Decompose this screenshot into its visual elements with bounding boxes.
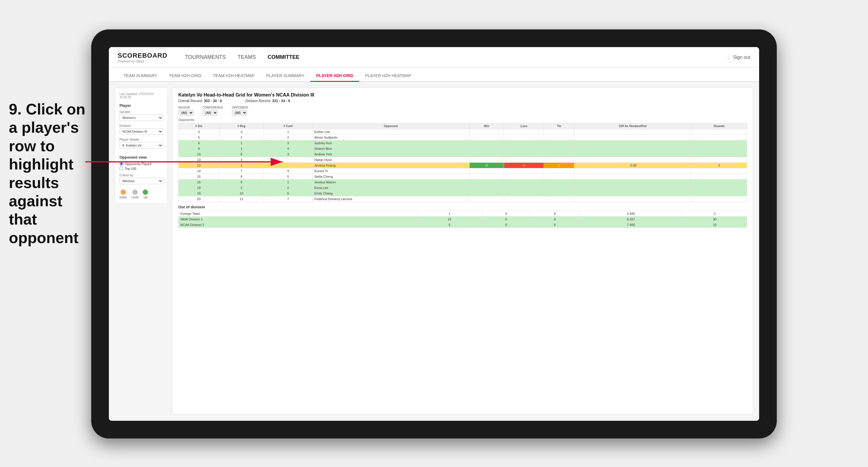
colour-label-up: Up: [144, 196, 147, 199]
table-row[interactable]: 522Alexis Sudjianto: [179, 135, 747, 141]
colour-dot-level: [132, 189, 138, 195]
opponent-filter-label: Opponent: [232, 106, 248, 109]
colour-label-level: Level: [131, 196, 138, 199]
ood-loss-ncaa2: 0: [482, 222, 530, 228]
table-row[interactable]: 1585Stella Cheng: [179, 174, 747, 180]
th-conf: # Conf: [264, 123, 312, 129]
nav-tournaments[interactable]: TOURNAMENTS: [185, 52, 226, 63]
grid-area: Katelyn Vo Head-to-Head Grid for Women's…: [172, 88, 753, 414]
colour-label-down: Down: [120, 196, 127, 199]
ood-row-ncaa2[interactable]: NCAA Division 2 5 0 0 7.400 10: [179, 222, 747, 228]
main-content: Last Updated: 27/03/2024 16:55:28 Player…: [109, 82, 759, 420]
th-tie: Tie: [544, 123, 574, 129]
th-reg: # Reg: [219, 123, 264, 129]
ood-row-naia1[interactable]: NAIA Division 1 15 0 0 9.267 30: [179, 217, 747, 222]
ood-rounds-ncaa2: 10: [683, 222, 747, 228]
colour-by-label: Colour by: [120, 173, 163, 177]
nav-items: TOURNAMENTS TEAMS COMMITTEE: [185, 52, 727, 63]
ood-table: Foreign Team 1 0 0 4.500 2 NAIA Division…: [178, 211, 747, 228]
sidebar-timestamp: Last Updated: 27/03/2024 16:55:28: [120, 92, 163, 99]
annotation-text: 9. Click on a player's row to highlight …: [9, 100, 88, 247]
ood-win-naia1: 15: [417, 217, 482, 222]
conference-select[interactable]: (All): [203, 110, 218, 116]
table-row[interactable]: 1474Eunice Yi: [179, 168, 747, 174]
ood-diff-naia1: 9.267: [579, 217, 683, 222]
gender-select[interactable]: Women's: [120, 115, 163, 121]
ood-row-foreign[interactable]: Foreign Team 1 0 0 4.500 2: [179, 211, 747, 217]
table-row[interactable]: 19106Emily Chang: [179, 191, 747, 196]
player-rank-select[interactable]: 8. Katelyn Vo: [120, 142, 163, 149]
table-row[interactable]: 1063Andrea York: [179, 152, 747, 157]
top-nav: SCOREBOARD Powered by clippd TOURNAMENTS…: [109, 47, 759, 68]
colour-down: Down: [120, 189, 127, 199]
sidebar-player-title: Player: [120, 103, 163, 108]
ood-rounds-naia1: 30: [683, 217, 747, 222]
ood-label-naia1: NAIA Division 1: [179, 217, 417, 222]
radio-top100[interactable]: Top 100: [120, 166, 163, 170]
colour-level: Level: [131, 189, 138, 199]
tab-team-h2h-heatmap[interactable]: TEAM H2H HEATMAP: [207, 70, 260, 82]
bottom-toolbar: ↩ ↪ ⤷ ✂ 📋 | ↻ | 👁 View: Original 💾 Save …: [109, 420, 759, 421]
th-diff: Diff Av Strokes/Rnd: [574, 123, 691, 129]
player-rank-label: Player (Rank): [120, 138, 163, 141]
table-row[interactable]: 613Sydney Kuo: [179, 141, 747, 146]
tablet-shell: SCOREBOARD Powered by clippd TOURNAMENTS…: [91, 29, 777, 438]
ood-diff-ncaa2: 7.400: [579, 222, 683, 228]
sub-nav: TEAM SUMMARY TEAM H2H GRID TEAM H2H HEAT…: [109, 68, 759, 82]
opponent-view-title: Opponent view: [120, 155, 163, 159]
radio-group: Opponents Played Top 100: [120, 162, 163, 170]
data-table: # Div # Reg # Conf Opponent Win Loss Tie…: [178, 123, 747, 202]
table-row[interactable]: 914Sharon Mun: [179, 146, 747, 152]
nav-teams[interactable]: TEAMS: [238, 52, 256, 63]
tab-team-summary[interactable]: TEAM SUMMARY: [118, 70, 163, 82]
ood-loss-foreign: 0: [482, 211, 530, 217]
tab-player-h2h-heatmap[interactable]: PLAYER H2H HEATMAP: [359, 70, 417, 82]
ood-loss-naia1: 0: [482, 217, 530, 222]
division-select[interactable]: NCAA Division III: [120, 128, 163, 135]
tab-player-h2h-grid[interactable]: PLAYER H2H GRID: [310, 70, 359, 82]
grid-records: Overall Record: 353 - 34 - 6 Division Re…: [178, 99, 747, 103]
radio-opponents-played[interactable]: Opponents Played: [120, 162, 163, 166]
sign-out-area: | Sign out: [727, 55, 750, 60]
ood-label-foreign: Foreign Team: [179, 211, 417, 217]
division-label: Division: [120, 124, 163, 127]
gender-label: Gender: [120, 110, 163, 114]
th-loss: Loss: [504, 123, 544, 129]
tab-team-h2h-grid[interactable]: TEAM H2H GRID: [163, 70, 207, 82]
region-label: Region: [178, 106, 194, 109]
tab-player-summary[interactable]: PLAYER SUMMARY: [260, 70, 310, 82]
ood-win-ncaa2: 5: [417, 222, 482, 228]
logo: SCOREBOARD Powered by clippd: [118, 52, 167, 63]
tablet-screen: SCOREBOARD Powered by clippd TOURNAMENTS…: [109, 47, 759, 421]
region-filter-group: Region (All): [178, 106, 194, 116]
ood-title: Out of division: [178, 205, 747, 209]
division-record: Division Record: 331 - 34 - 6: [245, 99, 290, 103]
ood-tie-naia1: 0: [530, 217, 579, 222]
th-div: # Div: [179, 123, 219, 129]
colour-by-select[interactable]: Win/loss: [120, 178, 163, 184]
sign-out-link[interactable]: Sign out: [733, 55, 750, 60]
table-row[interactable]: 331Esther Lee: [179, 129, 747, 135]
opponent-select[interactable]: (All): [232, 110, 247, 116]
table-row[interactable]: 1691Jessica Mason: [179, 180, 747, 185]
ood-tie-ncaa2: 0: [530, 222, 579, 228]
colour-up: Up: [143, 189, 148, 199]
region-select[interactable]: (All): [178, 110, 194, 116]
nav-committee[interactable]: COMMITTEE: [268, 52, 300, 63]
out-of-division: Out of division Foreign Team 1 0 0 4.500…: [178, 205, 747, 228]
table-row[interactable]: 20117Federica Domecq Lacroze: [179, 196, 747, 202]
opponents-label: Opponents:: [178, 118, 747, 122]
opponent-filter-group: Opponent (All): [232, 106, 248, 116]
table-row[interactable]: 1822Euna Lee: [179, 185, 747, 191]
table-row[interactable]: 131Jessica Huang010-3.002: [179, 163, 747, 168]
th-win: Win: [469, 123, 504, 129]
table-row[interactable]: 133Haeijn Hyun: [179, 157, 747, 163]
ood-tie-foreign: 0: [530, 211, 579, 217]
ood-label-ncaa2: NCAA Division 2: [179, 222, 417, 228]
colour-dot-down: [121, 189, 126, 195]
conference-label: Conference: [203, 106, 223, 109]
table-header-row: # Div # Reg # Conf Opponent Win Loss Tie…: [179, 123, 747, 129]
colour-dot-up: [143, 189, 148, 195]
ood-rounds-foreign: 2: [683, 211, 747, 217]
th-rounds: Rounds: [691, 123, 747, 129]
